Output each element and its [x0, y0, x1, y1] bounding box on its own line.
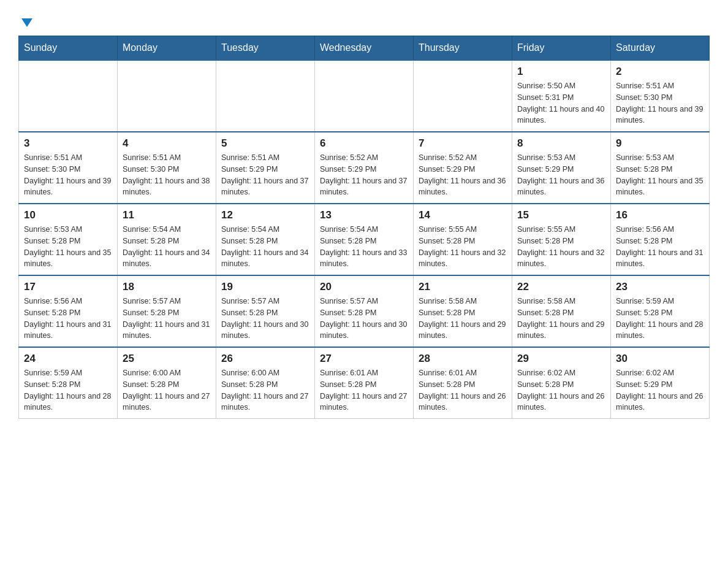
day-number: 25	[123, 353, 211, 365]
svg-marker-0	[21, 18, 32, 27]
day-info: Sunrise: 5:51 AM	[221, 152, 309, 164]
calendar-cell: 3Sunrise: 5:51 AMSunset: 5:30 PMDaylight…	[19, 132, 118, 204]
logo-arrow-icon	[20, 12, 34, 33]
header-row: SundayMondayTuesdayWednesdayThursdayFrid…	[19, 36, 710, 61]
calendar-cell: 27Sunrise: 6:01 AMSunset: 5:28 PMDayligh…	[315, 347, 414, 419]
day-number: 19	[221, 281, 309, 293]
day-number: 3	[24, 137, 112, 150]
calendar-cell: 13Sunrise: 5:54 AMSunset: 5:28 PMDayligh…	[315, 204, 414, 275]
calendar-cell: 30Sunrise: 6:02 AMSunset: 5:29 PMDayligh…	[611, 347, 710, 419]
day-number: 11	[123, 209, 211, 221]
day-info: Daylight: 11 hours and 29 minutes.	[517, 319, 605, 342]
day-info: Daylight: 11 hours and 35 minutes.	[616, 175, 704, 199]
day-number: 5	[221, 137, 309, 150]
calendar-cell: 5Sunrise: 5:51 AMSunset: 5:29 PMDaylight…	[216, 132, 315, 204]
day-info: Sunset: 5:28 PM	[419, 307, 507, 319]
calendar-cell: 29Sunrise: 6:02 AMSunset: 5:28 PMDayligh…	[512, 347, 611, 419]
day-info: Sunset: 5:28 PM	[123, 236, 211, 247]
day-info: Daylight: 11 hours and 27 minutes.	[221, 391, 309, 414]
day-info: Daylight: 11 hours and 32 minutes.	[419, 247, 507, 270]
day-info: Sunset: 5:28 PM	[616, 307, 704, 319]
day-info: Sunrise: 6:01 AM	[419, 367, 507, 379]
day-info: Sunset: 5:28 PM	[123, 379, 211, 391]
day-number: 29	[517, 353, 605, 365]
day-info: Sunrise: 5:57 AM	[221, 296, 309, 307]
page-header	[18, 12, 710, 29]
day-of-week-header: Tuesday	[216, 36, 315, 61]
calendar-cell: 7Sunrise: 5:52 AMSunset: 5:29 PMDaylight…	[414, 132, 512, 204]
day-info: Sunset: 5:28 PM	[24, 307, 112, 319]
day-info: Sunset: 5:28 PM	[123, 307, 211, 319]
calendar-cell: 16Sunrise: 5:56 AMSunset: 5:28 PMDayligh…	[611, 204, 710, 275]
day-info: Sunrise: 5:59 AM	[24, 367, 112, 379]
day-info: Daylight: 11 hours and 26 minutes.	[517, 391, 605, 414]
day-info: Sunrise: 5:57 AM	[123, 296, 211, 307]
calendar-cell: 6Sunrise: 5:52 AMSunset: 5:29 PMDaylight…	[315, 132, 414, 204]
calendar-table: SundayMondayTuesdayWednesdayThursdayFrid…	[18, 36, 710, 419]
day-info: Sunrise: 6:02 AM	[616, 367, 704, 379]
day-info: Sunrise: 6:00 AM	[221, 367, 309, 379]
day-number: 22	[517, 281, 605, 293]
day-info: Daylight: 11 hours and 31 minutes.	[616, 247, 704, 270]
day-info: Daylight: 11 hours and 34 minutes.	[221, 247, 309, 270]
calendar-cell: 19Sunrise: 5:57 AMSunset: 5:28 PMDayligh…	[216, 275, 315, 347]
day-info: Sunset: 5:28 PM	[221, 236, 309, 247]
day-number: 10	[24, 209, 112, 221]
day-info: Sunset: 5:28 PM	[320, 307, 408, 319]
day-info: Daylight: 11 hours and 37 minutes.	[221, 175, 309, 199]
calendar-cell: 14Sunrise: 5:55 AMSunset: 5:28 PMDayligh…	[414, 204, 512, 275]
day-info: Daylight: 11 hours and 36 minutes.	[517, 175, 605, 199]
calendar-cell	[118, 60, 216, 132]
day-info: Sunrise: 5:52 AM	[320, 152, 408, 164]
day-info: Daylight: 11 hours and 28 minutes.	[24, 391, 112, 414]
day-number: 16	[616, 209, 704, 221]
day-info: Sunrise: 5:52 AM	[419, 152, 507, 164]
calendar-cell: 10Sunrise: 5:53 AMSunset: 5:28 PMDayligh…	[19, 204, 118, 275]
day-number: 28	[419, 353, 507, 365]
day-number: 9	[616, 137, 704, 150]
day-info: Daylight: 11 hours and 37 minutes.	[320, 175, 408, 199]
day-info: Sunset: 5:28 PM	[616, 164, 704, 175]
day-info: Sunset: 5:29 PM	[320, 164, 408, 175]
day-info: Daylight: 11 hours and 39 minutes.	[24, 175, 112, 199]
calendar-cell: 8Sunrise: 5:53 AMSunset: 5:29 PMDaylight…	[512, 132, 611, 204]
calendar-cell: 17Sunrise: 5:56 AMSunset: 5:28 PMDayligh…	[19, 275, 118, 347]
day-info: Sunset: 5:30 PM	[123, 164, 211, 175]
day-number: 17	[24, 281, 112, 293]
calendar-cell: 11Sunrise: 5:54 AMSunset: 5:28 PMDayligh…	[118, 204, 216, 275]
day-info: Daylight: 11 hours and 39 minutes.	[616, 104, 704, 127]
day-info: Sunrise: 6:00 AM	[123, 367, 211, 379]
day-number: 4	[123, 137, 211, 150]
day-info: Sunset: 5:30 PM	[24, 164, 112, 175]
day-info: Sunrise: 5:54 AM	[320, 224, 408, 236]
day-info: Sunset: 5:28 PM	[24, 379, 112, 391]
calendar-cell	[216, 60, 315, 132]
calendar-cell: 22Sunrise: 5:58 AMSunset: 5:28 PMDayligh…	[512, 275, 611, 347]
day-info: Daylight: 11 hours and 31 minutes.	[24, 319, 112, 342]
day-of-week-header: Monday	[118, 36, 216, 61]
day-info: Sunset: 5:29 PM	[419, 164, 507, 175]
day-info: Sunrise: 5:51 AM	[616, 80, 704, 92]
day-info: Sunset: 5:28 PM	[517, 236, 605, 247]
calendar-cell: 9Sunrise: 5:53 AMSunset: 5:28 PMDaylight…	[611, 132, 710, 204]
day-number: 1	[517, 66, 605, 78]
day-info: Daylight: 11 hours and 35 minutes.	[24, 247, 112, 270]
calendar-cell: 28Sunrise: 6:01 AMSunset: 5:28 PMDayligh…	[414, 347, 512, 419]
day-info: Sunset: 5:28 PM	[320, 236, 408, 247]
day-info: Sunrise: 6:02 AM	[517, 367, 605, 379]
day-info: Daylight: 11 hours and 26 minutes.	[419, 391, 507, 414]
day-number: 26	[221, 353, 309, 365]
calendar-cell	[414, 60, 512, 132]
calendar-cell: 23Sunrise: 5:59 AMSunset: 5:28 PMDayligh…	[611, 275, 710, 347]
calendar-cell: 24Sunrise: 5:59 AMSunset: 5:28 PMDayligh…	[19, 347, 118, 419]
day-number: 21	[419, 281, 507, 293]
day-of-week-header: Friday	[512, 36, 611, 61]
day-number: 13	[320, 209, 408, 221]
day-number: 2	[616, 66, 704, 78]
day-info: Sunrise: 5:55 AM	[517, 224, 605, 236]
day-info: Sunset: 5:28 PM	[24, 236, 112, 247]
day-number: 15	[517, 209, 605, 221]
calendar-week-row: 24Sunrise: 5:59 AMSunset: 5:28 PMDayligh…	[19, 347, 710, 419]
day-info: Daylight: 11 hours and 33 minutes.	[320, 247, 408, 270]
calendar-week-row: 3Sunrise: 5:51 AMSunset: 5:30 PMDaylight…	[19, 132, 710, 204]
